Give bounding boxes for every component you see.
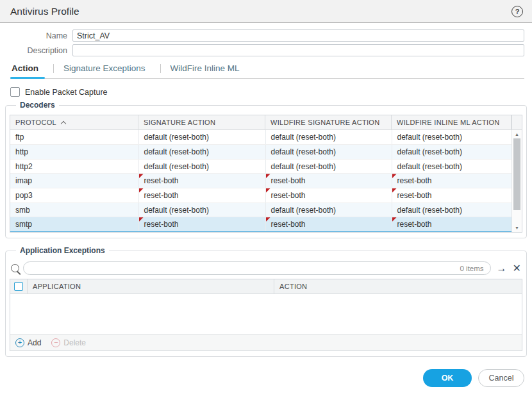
decoder-action-cell[interactable]: reset-both [138, 174, 265, 188]
decoder-row-ftp[interactable]: ftpdefault (reset-both)default (reset-bo… [10, 130, 511, 145]
scroll-up-icon[interactable]: ▲ [512, 130, 522, 138]
decoder-row-smtp[interactable]: smtpreset-bothreset-bothreset-both [10, 217, 511, 232]
tab-signature-exceptions[interactable]: Signature Exceptions [62, 62, 152, 78]
column-header-action[interactable]: ACTION [274, 279, 522, 293]
modified-marker-icon [139, 217, 144, 222]
packet-capture-row: Enable Packet Capture [10, 87, 532, 97]
decoders-legend: Decoders [16, 101, 59, 110]
delete-icon: − [51, 338, 60, 347]
decoder-protocol-cell[interactable]: http [10, 145, 138, 160]
application-exceptions-toolbar: + Add − Delete [10, 334, 522, 351]
column-header-wildfire-signature-action[interactable]: WILDFIRE SIGNATURE ACTION [265, 115, 392, 129]
decoder-row-http[interactable]: httpdefault (reset-both)default (reset-b… [10, 145, 511, 160]
ok-button[interactable]: OK [423, 369, 472, 387]
column-header-protocol[interactable]: PROTOCOL [10, 115, 138, 129]
description-label: Description [0, 46, 67, 55]
items-count: 0 items [460, 265, 484, 272]
column-header-signature-action[interactable]: SIGNATURE ACTION [138, 115, 265, 129]
decoder-action-cell[interactable]: default (reset-both) [392, 145, 511, 160]
modified-marker-icon [266, 174, 270, 178]
add-icon: + [15, 338, 24, 347]
decoder-row-imap[interactable]: imapreset-bothreset-bothreset-both [10, 174, 511, 188]
decoder-protocol-cell[interactable]: smtp [10, 217, 138, 232]
decoder-action-cell[interactable]: default (reset-both) [392, 159, 511, 174]
apply-filter-icon[interactable]: → [497, 263, 507, 274]
search-icon [11, 264, 19, 272]
modified-marker-icon [266, 188, 270, 193]
decoder-action-cell[interactable]: reset-both [265, 188, 392, 203]
decoder-action-cell[interactable]: default (reset-both) [265, 130, 392, 145]
decoder-row-http2[interactable]: http2default (reset-both)default (reset-… [10, 159, 511, 174]
name-field[interactable] [72, 29, 524, 42]
header-scrollbar-corner [511, 115, 522, 129]
decoder-action-cell[interactable]: default (reset-both) [265, 202, 392, 217]
application-exceptions-table-header: APPLICATION ACTION [10, 279, 522, 294]
add-button[interactable]: + Add [15, 338, 41, 347]
decoders-table-viewport: ftpdefault (reset-both)default (reset-bo… [10, 130, 522, 232]
packet-capture-label[interactable]: Enable Packet Capture [25, 88, 108, 97]
decoder-protocol-cell[interactable]: http2 [10, 159, 138, 174]
scroll-down-icon[interactable]: ▼ [512, 224, 522, 232]
cancel-button[interactable]: Cancel [478, 369, 524, 387]
profile-form: Name Description [0, 23, 532, 56]
help-icon[interactable]: ? [511, 6, 523, 17]
decoder-action-cell[interactable]: default (reset-both) [265, 145, 392, 160]
decoder-action-cell[interactable]: default (reset-both) [138, 130, 265, 145]
decoder-action-cell[interactable]: reset-both [392, 217, 511, 232]
modified-marker-icon [392, 217, 397, 222]
search-pill: 0 items [23, 261, 491, 275]
delete-button[interactable]: − Delete [51, 338, 86, 347]
select-all-cell [10, 279, 28, 293]
tab-bar: Action Signature Exceptions WildFire Inl… [10, 62, 524, 79]
application-exceptions-fieldset: Application Exceptions 0 items → ✕ APPLI… [5, 246, 527, 357]
application-exceptions-legend: Application Exceptions [16, 246, 109, 255]
decoder-action-cell[interactable]: default (reset-both) [265, 159, 392, 174]
description-field[interactable] [72, 44, 524, 56]
search-row: 0 items → ✕ [11, 261, 521, 275]
clear-filter-icon[interactable]: ✕ [513, 263, 521, 274]
dialog-buttons: OK Cancel [423, 369, 524, 387]
title-bar: Antivirus Profile ? [0, 0, 532, 23]
decoder-action-cell[interactable]: reset-both [392, 188, 511, 203]
page-title: Antivirus Profile [10, 6, 511, 17]
decoder-row-pop3[interactable]: pop3reset-bothreset-bothreset-both [10, 188, 511, 203]
decoder-row-smb[interactable]: smbdefault (reset-both)default (reset-bo… [10, 202, 511, 217]
tab-separator [160, 64, 161, 73]
tab-action[interactable]: Action [10, 62, 45, 78]
decoder-action-cell[interactable]: reset-both [138, 188, 265, 203]
name-label: Name [0, 31, 67, 40]
decoder-protocol-cell[interactable]: smb [10, 202, 138, 217]
decoder-action-cell[interactable]: default (reset-both) [392, 130, 511, 145]
modified-marker-icon [139, 174, 144, 178]
decoder-action-cell[interactable]: default (reset-both) [138, 202, 265, 217]
application-exceptions-table-body [10, 294, 522, 334]
application-exceptions-table: APPLICATION ACTION + Add − Delete [10, 279, 522, 351]
sort-asc-icon [61, 120, 66, 126]
decoder-protocol-cell[interactable]: ftp [10, 130, 138, 145]
tab-wildfire-inline-ml[interactable]: WildFire Inline ML [169, 62, 246, 78]
decoder-action-cell[interactable]: reset-both [392, 174, 511, 188]
decoder-protocol-cell[interactable]: imap [10, 174, 138, 188]
column-header-wildfire-inline-ml-action[interactable]: WILDFIRE INLINE ML ACTION [392, 115, 511, 129]
decoder-action-cell[interactable]: default (reset-both) [138, 159, 265, 174]
decoders-scrollbar[interactable]: ▲ ▼ [511, 130, 522, 232]
decoders-table: PROTOCOL SIGNATURE ACTION WILDFIRE SIGNA… [10, 115, 522, 233]
modified-marker-icon [392, 188, 397, 193]
scrollbar-thumb[interactable] [513, 138, 520, 210]
select-all-checkbox[interactable] [14, 282, 23, 291]
column-header-application[interactable]: APPLICATION [28, 279, 274, 293]
decoders-fieldset: Decoders PROTOCOL SIGNATURE ACTION WILDF… [5, 101, 527, 238]
packet-capture-checkbox[interactable] [10, 87, 20, 97]
search-input[interactable] [30, 264, 460, 273]
decoders-table-body: ftpdefault (reset-both)default (reset-bo… [10, 130, 511, 232]
modified-marker-icon [392, 174, 397, 178]
decoder-action-cell[interactable]: default (reset-both) [138, 145, 265, 160]
decoder-action-cell[interactable]: reset-both [138, 217, 265, 232]
tab-separator [53, 64, 54, 73]
decoders-table-header: PROTOCOL SIGNATURE ACTION WILDFIRE SIGNA… [10, 115, 522, 130]
decoder-action-cell[interactable]: default (reset-both) [392, 202, 511, 217]
decoder-action-cell[interactable]: reset-both [265, 174, 392, 188]
decoder-action-cell[interactable]: reset-both [265, 217, 392, 232]
modified-marker-icon [139, 188, 144, 193]
decoder-protocol-cell[interactable]: pop3 [10, 188, 138, 203]
